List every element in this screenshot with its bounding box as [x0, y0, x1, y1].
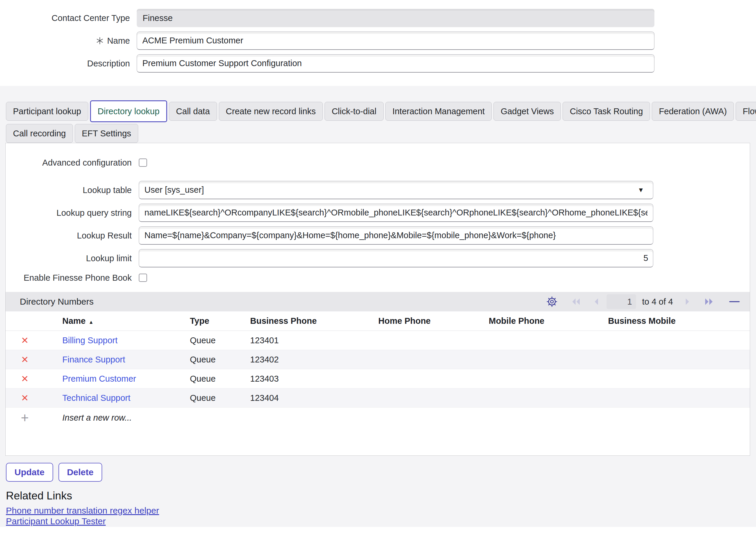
description-label-text: Description [87, 59, 130, 69]
row-name-link[interactable]: Billing Support [62, 335, 118, 345]
record-header-form: Contact Center Type Finesse Name [0, 0, 756, 73]
table-row: ✕ Technical Support Queue 123404 [6, 388, 750, 408]
row-business-phone: 123401 [250, 335, 378, 345]
lookup-result-control [139, 227, 653, 245]
sort-ascending-icon: ▲ [89, 319, 94, 325]
advanced-configuration-label: Advanced configuration [6, 158, 132, 168]
related-link-directory-lookup-tester[interactable]: Directory Lookup Tester [6, 527, 99, 527]
enable-phone-book-checkbox[interactable] [139, 274, 147, 282]
tab-call-data[interactable]: Call data [169, 102, 217, 121]
field-row-name: Name [0, 32, 756, 50]
header-business-phone[interactable]: Business Phone [250, 316, 378, 326]
list-collapse-button[interactable] [729, 300, 740, 303]
lookup-result-row: Lookup Result [6, 227, 750, 245]
related-link-phone-regex-helper[interactable]: Phone number translation regex helper [6, 505, 159, 516]
update-button[interactable]: Update [6, 463, 53, 482]
related-links-section: Related Links Phone number translation r… [6, 489, 756, 527]
tab-participant-lookup[interactable]: Participant lookup [6, 102, 88, 121]
contact-center-type-field: Finesse [137, 9, 654, 27]
delete-row-icon[interactable]: ✕ [21, 355, 29, 364]
lookup-limit-control [139, 249, 653, 268]
tab-gadget-views[interactable]: Gadget Views [493, 102, 561, 121]
lookup-query-label: Lookup query string [6, 208, 132, 218]
lookup-query-row: Lookup query string [6, 204, 750, 222]
name-label: Name [0, 36, 130, 46]
description-label: Description [0, 59, 130, 69]
enable-phone-book-row: Enable Finesse Phone Book [6, 273, 750, 282]
pagination-last-button[interactable] [704, 297, 714, 306]
table-row: ✕ Finance Support Queue 123402 [6, 350, 750, 369]
table-row: ✕ Premium Customer Queue 123403 [6, 369, 750, 388]
lookup-result-label: Lookup Result [6, 231, 132, 241]
name-label-text: Name [107, 36, 130, 46]
lookup-table-control: User [sys_user] ▼ [139, 181, 653, 199]
tab-click-to-dial[interactable]: Click-to-dial [325, 102, 383, 121]
tab-create-new-record-links[interactable]: Create new record links [219, 102, 323, 121]
tab-interaction-management[interactable]: Interaction Management [385, 102, 492, 121]
row-business-phone: 123404 [250, 393, 378, 403]
tab-row-2: Call recording EFT Settings [6, 124, 756, 143]
delete-row-icon[interactable]: ✕ [21, 374, 29, 383]
header-mobile-phone[interactable]: Mobile Phone [489, 316, 608, 326]
double-chevron-left-icon [571, 297, 581, 306]
advanced-configuration-row: Advanced configuration [6, 156, 750, 169]
delete-row-icon[interactable]: ✕ [21, 393, 29, 403]
list-pagination: to 4 of 4 [546, 294, 740, 309]
tab-federation-awa[interactable]: Federation (AWA) [652, 102, 734, 121]
row-name-link[interactable]: Technical Support [62, 393, 131, 403]
pagination-previous-button[interactable] [594, 297, 599, 306]
contact-center-type-label: Contact Center Type [0, 13, 130, 23]
row-type: Queue [185, 355, 250, 364]
tab-directory-lookup[interactable]: Directory lookup [90, 100, 167, 122]
tab-call-recording[interactable]: Call recording [6, 124, 73, 143]
lookup-limit-field[interactable] [139, 249, 653, 268]
tab-eft-settings[interactable]: EFT Settings [75, 124, 138, 143]
insert-new-row[interactable]: + Insert a new row... [6, 408, 750, 428]
description-field[interactable] [137, 54, 654, 73]
row-type: Queue [185, 374, 250, 384]
insert-row-label: Insert a new row... [44, 413, 185, 423]
pagination-first-button[interactable] [571, 297, 581, 306]
pagination-next-button[interactable] [685, 297, 690, 306]
advanced-configuration-control [139, 159, 653, 167]
description-control [137, 54, 654, 73]
directory-lookup-panel: Advanced configuration Lookup table User… [5, 143, 750, 456]
related-link-participant-lookup-tester[interactable]: Participant Lookup Tester [6, 516, 106, 527]
delete-row-icon[interactable]: ✕ [21, 336, 29, 345]
name-field[interactable] [137, 32, 654, 50]
chevron-right-icon [685, 297, 690, 306]
lookup-result-field[interactable] [139, 227, 653, 245]
header-name[interactable]: Name▲ [44, 316, 185, 326]
lookup-table-selected-value: User [sys_user] [144, 185, 204, 195]
lookup-table-row: Lookup table User [sys_user] ▼ [6, 181, 750, 199]
header-business-mobile[interactable]: Business Mobile [608, 316, 750, 326]
row-type: Queue [185, 335, 250, 345]
double-chevron-right-icon [704, 297, 714, 306]
pagination-page-input[interactable] [607, 294, 636, 309]
minus-icon [729, 300, 740, 303]
header-home-phone[interactable]: Home Phone [378, 316, 489, 326]
related-links-title: Related Links [6, 489, 756, 502]
row-name-link[interactable]: Premium Customer [62, 374, 136, 383]
lookup-table-select[interactable]: User [sys_user] ▼ [139, 181, 653, 199]
tab-row-1: Participant lookup Directory lookup Call… [6, 102, 756, 122]
tab-cisco-task-routing[interactable]: Cisco Task Routing [563, 102, 650, 121]
lookup-query-control [139, 204, 653, 222]
delete-button[interactable]: Delete [58, 463, 102, 482]
row-business-phone: 123402 [250, 355, 378, 364]
row-type: Queue [185, 393, 250, 403]
row-name-link[interactable]: Finance Support [62, 355, 125, 364]
tab-flows[interactable]: Flows [736, 102, 756, 121]
chevron-down-icon: ▼ [638, 186, 644, 194]
chevron-left-icon [594, 297, 599, 306]
field-row-contact-center-type: Contact Center Type Finesse [0, 9, 756, 27]
tabbed-section: Participant lookup Directory lookup Call… [0, 86, 756, 527]
header-type[interactable]: Type [185, 316, 250, 326]
advanced-configuration-checkbox[interactable] [139, 159, 147, 167]
gear-icon [546, 296, 558, 307]
lookup-table-label: Lookup table [6, 185, 132, 195]
lookup-limit-row: Lookup limit [6, 249, 750, 268]
lookup-query-field[interactable] [139, 204, 653, 222]
list-settings-button[interactable] [546, 296, 558, 307]
pagination-range-label: to 4 of 4 [642, 297, 673, 307]
